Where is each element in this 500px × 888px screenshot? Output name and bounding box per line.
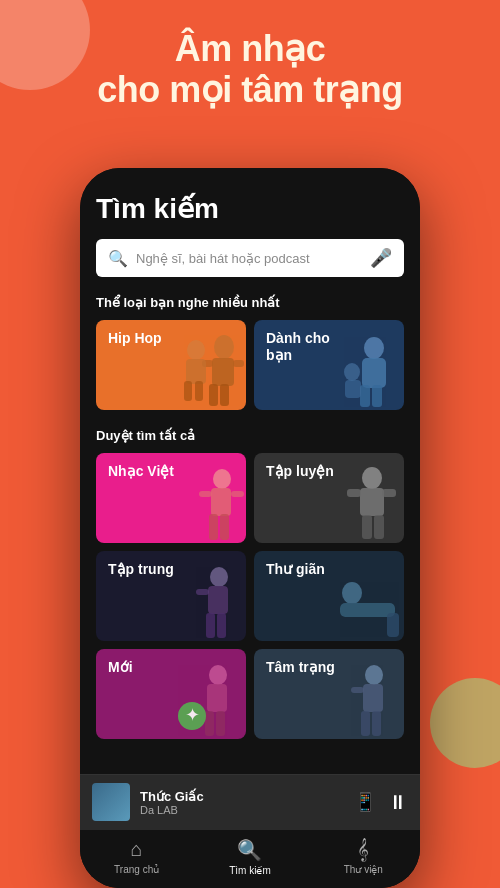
phone-shell: Tìm kiếm 🔍 Nghệ sĩ, bài hát hoặc podcast… bbox=[80, 168, 420, 888]
genre-card-nhacviet[interactable]: Nhạc Việt bbox=[96, 453, 246, 543]
genre-card-tamtrang[interactable]: Tâm trạng bbox=[254, 649, 404, 739]
svg-rect-37 bbox=[387, 613, 399, 637]
svg-rect-26 bbox=[362, 515, 372, 539]
svg-point-10 bbox=[364, 337, 384, 359]
svg-rect-18 bbox=[209, 514, 218, 540]
svg-point-14 bbox=[344, 363, 360, 381]
svg-rect-3 bbox=[220, 384, 229, 406]
taptrung-image bbox=[174, 563, 246, 641]
search-placeholder-text: Nghệ sĩ, bài hát hoặc podcast bbox=[136, 251, 370, 266]
nav-label-home: Trang chủ bbox=[114, 864, 159, 875]
svg-rect-21 bbox=[231, 491, 244, 497]
hero-line2: cho mọi tâm trạng bbox=[97, 69, 403, 110]
phone-content: Tìm kiếm 🔍 Nghệ sĩ, bài hát hoặc podcast… bbox=[80, 168, 420, 888]
svg-point-34 bbox=[342, 582, 362, 604]
svg-rect-11 bbox=[362, 358, 386, 388]
hero-title: Âm nhạc cho mọi tâm trạng bbox=[20, 28, 480, 111]
svg-rect-9 bbox=[195, 381, 203, 401]
svg-rect-30 bbox=[208, 586, 228, 614]
svg-rect-12 bbox=[360, 385, 370, 407]
svg-rect-46 bbox=[361, 711, 370, 736]
svg-rect-25 bbox=[382, 489, 396, 497]
nav-item-search[interactable]: 🔍 Tìm kiếm bbox=[193, 838, 306, 876]
nhacviet-image bbox=[174, 465, 246, 543]
svg-rect-32 bbox=[217, 613, 226, 638]
svg-rect-7 bbox=[186, 359, 206, 384]
svg-point-6 bbox=[187, 340, 205, 360]
hero-line1: Âm nhạc bbox=[175, 28, 326, 69]
genre-card-taptrung[interactable]: Tập trung bbox=[96, 551, 246, 641]
svg-rect-1 bbox=[212, 358, 234, 386]
svg-rect-39 bbox=[207, 684, 227, 712]
svg-point-0 bbox=[214, 335, 234, 359]
search-bar[interactable]: 🔍 Nghệ sĩ, bài hát hoặc podcast 🎤 bbox=[96, 239, 404, 277]
scroll-area[interactable]: Tìm kiếm 🔍 Nghệ sĩ, bài hát hoặc podcast… bbox=[80, 168, 420, 774]
svg-point-16 bbox=[213, 469, 231, 489]
microphone-icon[interactable]: 🎤 bbox=[370, 247, 392, 269]
genre-card-thugian[interactable]: Thư giãn bbox=[254, 551, 404, 641]
svg-point-38 bbox=[209, 665, 227, 685]
nav-item-library[interactable]: 𝄞 Thư viện bbox=[307, 838, 420, 876]
browse-genres-grid: Nhạc Việt Tập luyện bbox=[96, 453, 404, 739]
now-playing-bar[interactable]: Thức Giấc Da LAB 📱 ⏸ bbox=[80, 774, 420, 829]
search-nav-icon: 🔍 bbox=[237, 838, 262, 862]
svg-rect-41 bbox=[216, 711, 225, 736]
bottom-spacer bbox=[96, 757, 404, 767]
svg-rect-13 bbox=[372, 385, 382, 407]
top-genres-grid: Hip Hop bbox=[96, 320, 404, 410]
browse-label: Duyệt tìm tất cả bbox=[96, 428, 404, 443]
genre-label-tamtrang: Tâm trạng bbox=[266, 659, 335, 676]
svg-rect-20 bbox=[199, 491, 212, 497]
genre-label-danh: Dành chobạn bbox=[266, 330, 330, 364]
bg-decoration-circle-bottom bbox=[430, 678, 500, 768]
genre-label-taplyuen: Tập luyện bbox=[266, 463, 334, 480]
svg-rect-15 bbox=[345, 380, 361, 398]
svg-rect-5 bbox=[233, 360, 244, 367]
svg-rect-40 bbox=[205, 711, 214, 736]
genre-label-thugian: Thư giãn bbox=[266, 561, 325, 578]
genre-label-moi: Mới bbox=[108, 659, 133, 676]
svg-rect-24 bbox=[347, 489, 361, 497]
now-playing-info: Thức Giấc Da LAB bbox=[140, 789, 354, 816]
svg-rect-45 bbox=[363, 684, 383, 712]
genre-label-taptrung: Tập trung bbox=[108, 561, 174, 578]
genre-card-taplyuen[interactable]: Tập luyện bbox=[254, 453, 404, 543]
now-playing-artwork bbox=[92, 783, 130, 821]
svg-rect-19 bbox=[220, 514, 229, 540]
hero-section: Âm nhạc cho mọi tâm trạng bbox=[0, 0, 500, 131]
home-icon: ⌂ bbox=[131, 838, 143, 861]
thugian-image bbox=[332, 563, 404, 641]
svg-rect-8 bbox=[184, 381, 192, 401]
nav-label-library: Thư viện bbox=[344, 864, 383, 875]
nav-item-home[interactable]: ⌂ Trang chủ bbox=[80, 838, 193, 876]
svg-point-28 bbox=[210, 567, 228, 587]
bottom-nav: ⌂ Trang chủ 🔍 Tìm kiếm 𝄞 Thư viện bbox=[80, 829, 420, 888]
genre-card-hiphop[interactable]: Hip Hop bbox=[96, 320, 246, 410]
danh-image bbox=[332, 332, 404, 410]
svg-rect-33 bbox=[196, 589, 209, 595]
svg-rect-36 bbox=[340, 603, 395, 617]
svg-rect-31 bbox=[206, 613, 215, 638]
pause-button[interactable]: ⏸ bbox=[388, 791, 408, 814]
genre-card-moi[interactable]: Mới ✦ bbox=[96, 649, 246, 739]
cast-icon[interactable]: 📱 bbox=[354, 791, 376, 813]
now-playing-title: Thức Giấc bbox=[140, 789, 354, 804]
svg-rect-17 bbox=[211, 488, 231, 516]
taplyuen-image bbox=[332, 465, 404, 543]
library-icon: 𝄞 bbox=[357, 838, 369, 861]
svg-text:✦: ✦ bbox=[185, 705, 200, 725]
svg-rect-2 bbox=[209, 384, 218, 406]
svg-rect-47 bbox=[372, 711, 381, 736]
top-genres-label: Thể loại bạn nghe nhiều nhất bbox=[96, 295, 404, 310]
genre-card-danh[interactable]: Dành chobạn bbox=[254, 320, 404, 410]
hiphop-image bbox=[174, 332, 246, 410]
genre-label-nhacviet: Nhạc Việt bbox=[108, 463, 174, 480]
svg-point-44 bbox=[365, 665, 383, 685]
genre-label-hiphop: Hip Hop bbox=[108, 330, 162, 347]
svg-point-22 bbox=[362, 467, 382, 489]
svg-rect-48 bbox=[351, 687, 364, 693]
now-playing-artist: Da LAB bbox=[140, 804, 354, 816]
page-title: Tìm kiếm bbox=[96, 192, 404, 225]
search-icon: 🔍 bbox=[108, 249, 128, 268]
svg-rect-23 bbox=[360, 488, 384, 516]
